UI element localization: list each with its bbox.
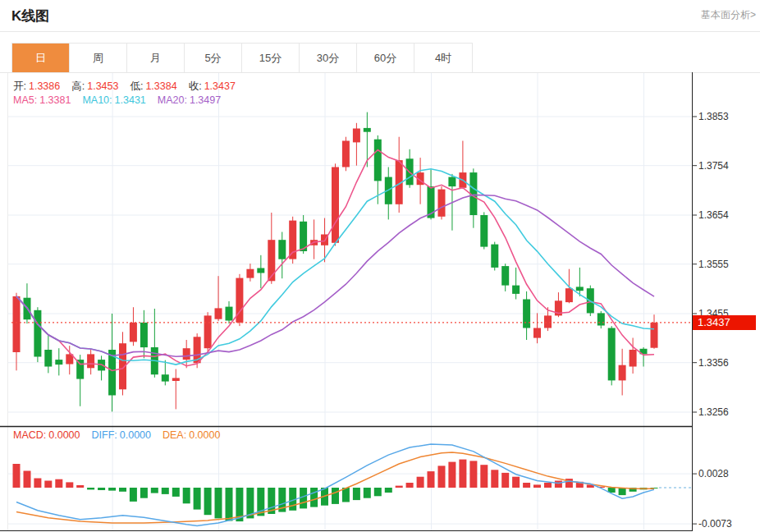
- candlestick-series: [13, 112, 658, 412]
- macd-bar: [108, 488, 116, 491]
- macd-bar: [204, 488, 212, 515]
- candle-body: [565, 288, 573, 302]
- dea-label: DEA:: [163, 429, 186, 441]
- tab-60分[interactable]: 60分: [357, 44, 414, 73]
- open-label: 开:: [13, 80, 26, 92]
- candle-body: [34, 310, 41, 357]
- candle-body: [651, 323, 658, 348]
- tab-4时[interactable]: 4时: [414, 44, 472, 73]
- candle-body: [183, 348, 190, 360]
- macd-bar: [491, 470, 498, 488]
- macd-bar: [480, 465, 488, 488]
- candle-body: [55, 360, 62, 365]
- open-value: 1.3386: [29, 80, 60, 92]
- macd-bar: [469, 461, 477, 488]
- close-legend-item: 收:1.3437: [189, 80, 236, 92]
- interval-tab-bar: 日周月5分15分30分60分4时: [11, 43, 473, 73]
- candle-body: [491, 245, 498, 268]
- price-axis-label: 1.3555: [698, 259, 729, 270]
- kline-page: { "header": { "title": "K线图", "link": "基…: [0, 0, 760, 532]
- macd-bar: [448, 462, 456, 488]
- macd-bar: [215, 488, 222, 518]
- candle-body: [619, 365, 626, 381]
- ma20-legend-item: MA20:1.3497: [158, 94, 221, 106]
- macd-bar: [512, 477, 520, 488]
- macd-bar: [172, 488, 180, 497]
- candle-body: [374, 140, 382, 181]
- macd-bar: [130, 488, 137, 502]
- macd-bar: [55, 479, 62, 488]
- candle-body: [544, 315, 552, 328]
- macd-bar: [555, 481, 562, 488]
- page-title: K线图: [11, 7, 49, 25]
- macd-bar: [438, 466, 446, 488]
- candle-body: [342, 141, 350, 167]
- low-legend-item: 低:1.3384: [130, 80, 176, 92]
- ohlc-legend: 开:1.3386高:1.3453低:1.3384收:1.3437: [13, 80, 247, 94]
- macd-bar: [353, 488, 360, 500]
- diff-label: DIFF:: [92, 429, 117, 441]
- candle-body: [87, 354, 94, 368]
- high-legend-item: 高:1.3453: [71, 80, 118, 92]
- candle-body: [480, 215, 488, 247]
- price-axis-label: 1.3356: [698, 357, 729, 369]
- candle-body: [364, 128, 371, 132]
- macd-bar: [619, 488, 626, 495]
- candle-body: [226, 307, 233, 321]
- candle-body: [257, 268, 264, 273]
- macd-panel: [13, 444, 693, 526]
- high-label: 高:: [71, 80, 85, 92]
- candle-body: [512, 286, 520, 294]
- diff-legend-item: DIFF:0.0000: [92, 429, 151, 441]
- macd-bar: [194, 488, 201, 510]
- candle-body: [576, 287, 584, 291]
- macd-bar: [523, 483, 530, 488]
- fundamental-analysis-link[interactable]: 基本面分析>: [701, 8, 756, 22]
- macd-bar: [459, 460, 466, 488]
- macd-axis-label: -0.0073: [698, 518, 732, 530]
- kline-chart[interactable]: [0, 72, 760, 532]
- close-value: 1.3437: [204, 80, 236, 92]
- macd-bar: [374, 488, 382, 496]
- open-legend-item: 开:1.3386: [13, 80, 60, 92]
- candle-body: [76, 360, 84, 379]
- macd-bar: [76, 485, 84, 488]
- candle-body: [246, 269, 254, 278]
- candle-body: [278, 240, 286, 259]
- dea-legend-item: DEA:0.0000: [163, 429, 220, 441]
- tab-周[interactable]: 周: [70, 44, 127, 73]
- macd-bar: [406, 483, 414, 488]
- ma5-legend-item: MA5:1.3381: [13, 94, 71, 106]
- macd-axis-label: 0.0028: [698, 468, 729, 479]
- macd-bar: [162, 488, 169, 494]
- macd-bar: [24, 471, 31, 488]
- candle-body: [268, 240, 275, 281]
- diff-value: 0.0000: [120, 429, 151, 441]
- candle-body: [630, 350, 637, 367]
- macd-bar: [66, 482, 73, 488]
- candle-body: [353, 129, 360, 143]
- candle-body: [533, 328, 541, 338]
- candle-body: [44, 350, 52, 367]
- tab-日[interactable]: 日: [12, 44, 70, 73]
- candle-body: [332, 167, 339, 243]
- macd-bar: [428, 471, 435, 488]
- macd-bar: [364, 488, 371, 498]
- ma10-label: MA10:: [82, 94, 112, 106]
- header-divider: [0, 31, 760, 32]
- candle-body: [172, 378, 180, 381]
- macd-bar: [140, 488, 148, 498]
- ma5-label: MA5:: [13, 94, 37, 106]
- candle-body: [501, 266, 509, 286]
- tab-5分[interactable]: 5分: [185, 44, 242, 73]
- macd-bar: [34, 479, 41, 488]
- macd-bar: [310, 488, 318, 507]
- tab-15分[interactable]: 15分: [242, 44, 300, 73]
- tab-30分[interactable]: 30分: [300, 44, 357, 73]
- close-label: 收:: [189, 80, 202, 92]
- macd-bar: [544, 483, 552, 488]
- candle-body: [162, 374, 169, 381]
- macd-label: MACD:: [13, 429, 46, 441]
- candle-body: [204, 315, 212, 348]
- tab-月[interactable]: 月: [127, 44, 185, 73]
